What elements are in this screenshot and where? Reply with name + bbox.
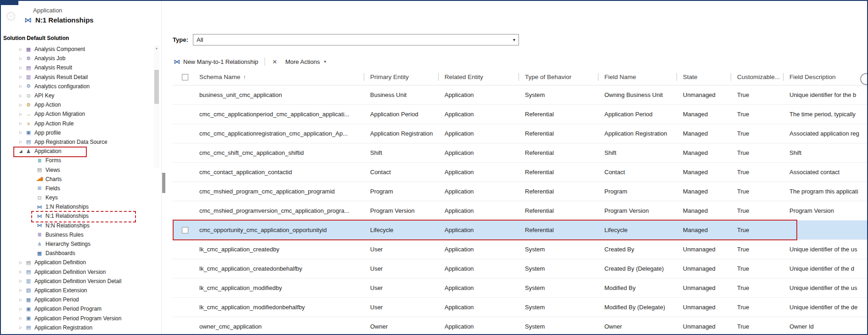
table-row[interactable]: cmc_cmc_shift_cmc_application_shiftidShi… — [173, 143, 867, 163]
tree-item-forms[interactable]: ≣ Forms — [1, 156, 161, 165]
expand-icon[interactable]: ▷ — [17, 261, 24, 265]
tree-item-app-action-rule[interactable]: ▷ ≡ App Action Rule — [1, 119, 161, 128]
tree-item-application-period-program[interactable]: ▷ ▣ Application Period Program — [1, 304, 161, 313]
table-row[interactable]: cmc_cmc_applicationregistration_cmc_appl… — [173, 124, 867, 143]
expand-icon[interactable]: ▷ — [17, 84, 24, 88]
column-header-customizable[interactable]: Customizable... — [731, 69, 783, 85]
tree-item-dashboards[interactable]: ▦ Dashboards — [1, 249, 161, 258]
cell-state: Managed — [676, 105, 731, 124]
tree-item-analysis-component[interactable]: ▷ ▦ Analysis Component — [1, 45, 161, 54]
content-scrollbar-thumb[interactable] — [162, 173, 165, 193]
tree-item-application-extension[interactable]: ▷ ▧ Application Extension — [1, 286, 161, 295]
tree-item-api-key[interactable]: ▷ ⊙ API Key — [1, 91, 161, 100]
table-row[interactable]: cmc_mshied_programversion_cmc_applicatio… — [173, 201, 867, 221]
expand-icon[interactable]: ▷ — [17, 94, 24, 98]
expand-icon[interactable]: ▷ — [17, 131, 24, 135]
cell-state: Unmanaged — [676, 278, 731, 297]
expand-icon[interactable]: ▷ — [17, 316, 24, 320]
cell-schema: lk_cmc_application_modifiedonbehalfby — [197, 298, 364, 317]
cell-schema: cmc_cmc_shift_cmc_application_shiftid — [197, 143, 364, 162]
row-checkbox[interactable] — [182, 227, 188, 233]
cell-state: Unmanaged — [676, 85, 731, 104]
expand-icon[interactable]: ▷ — [17, 325, 24, 329]
cell-state: Managed — [676, 201, 731, 220]
tree-item-hierarchy-settings[interactable]: ⋔ Hierarchy Settings — [1, 239, 161, 249]
tree-item-application-definition[interactable]: ▷ ▤ Application Definition — [1, 258, 161, 267]
tree-item-analysis-job[interactable]: ▷ ⚙ Analysis Job — [1, 54, 161, 63]
cell-behavior: System — [519, 259, 598, 278]
column-header-type-of-behavior[interactable]: Type of Behavior — [519, 69, 598, 85]
expand-icon[interactable]: ▷ — [17, 298, 24, 302]
expand-icon[interactable]: ▷ — [17, 279, 24, 283]
expand-icon[interactable]: ▷ — [17, 140, 24, 144]
tree-item-analysis-result-detail[interactable]: ▷ ▥ Analysis Result Detail — [1, 73, 161, 82]
delete-button[interactable]: × — [271, 58, 279, 66]
column-header-field-description[interactable]: Field Description — [783, 69, 867, 85]
table-row[interactable]: lk_cmc_application_modifiedonbehalfbyUse… — [173, 298, 867, 317]
tree-item-1-n-relationships[interactable]: ⋈ 1:N Relationships — [1, 202, 161, 211]
table-row[interactable]: cmc_contact_application_contactidContact… — [173, 163, 867, 182]
content-scrollbar[interactable] — [162, 1, 166, 334]
new-many-to-one-relationship-button[interactable]: ⋈ New Many-to-1 Relationship — [173, 56, 259, 67]
expand-icon[interactable]: ▷ — [17, 47, 24, 51]
cell-primary: Lifecycle — [364, 221, 438, 239]
column-header-primary-entity[interactable]: Primary Entity — [364, 69, 438, 85]
expand-icon[interactable]: ▷ — [17, 270, 24, 274]
tree-item-app-registration-data-source[interactable]: ▷ ▤ App Registration Data Source — [1, 137, 161, 147]
expand-icon[interactable]: ▷ — [17, 66, 24, 70]
expand-icon[interactable]: ◢ — [17, 149, 24, 153]
tree-item-application-period[interactable]: ▷ ▦ Application Period — [1, 295, 161, 304]
column-header-schema-name[interactable]: Schema Name↑ — [197, 69, 364, 85]
table-row[interactable]: cmc_mshied_program_cmc_application_progr… — [173, 182, 867, 201]
table-row[interactable]: business_unit_cmc_applicationBusiness Un… — [173, 85, 867, 105]
table-row[interactable]: cmc_opportunity_cmc_application_opportun… — [173, 221, 867, 240]
tree-item-fields[interactable]: ⊞ Fields — [1, 184, 161, 193]
expand-icon[interactable]: ▷ — [17, 103, 24, 107]
expand-icon[interactable]: ▷ — [17, 75, 24, 79]
tree-item-application-registration[interactable]: ▷ ▤ Application Registration — [1, 323, 161, 332]
column-header-field-name[interactable]: Field Name — [598, 69, 676, 85]
tree-scrollbar-thumb[interactable] — [154, 70, 159, 104]
new-relationship-icon: ⋈ — [174, 58, 180, 65]
cell-schema: cmc_contact_application_contactid — [197, 163, 364, 182]
tree-item-analysis-result[interactable]: ▷ ▤ Analysis Result — [1, 63, 161, 72]
table-row[interactable]: cmc_cmc_applicationperiod_cmc_applicatio… — [173, 105, 867, 124]
tree-item-business-rules[interactable]: ≣ Business Rules — [1, 230, 161, 239]
tree-item-views[interactable]: ▤ Views — [1, 165, 161, 174]
app-action-rule-icon: ≡ — [24, 121, 33, 126]
cell-field: Program — [598, 182, 676, 201]
tree-item-app-action[interactable]: ▷ ⚙ App Action — [1, 100, 161, 109]
column-header-related-entity[interactable]: Related Entity — [438, 69, 519, 85]
tree-item-analytics-configuration[interactable]: ▷ ⚙ Analytics configuration — [1, 82, 161, 91]
tree-item-keys[interactable]: ⊡ Keys — [1, 193, 161, 202]
table-row[interactable]: lk_cmc_application_modifiedbyUserApplica… — [173, 278, 867, 298]
table-row[interactable]: lk_cmc_application_createdonbehalfbyUser… — [173, 259, 867, 278]
tree-item-application[interactable]: ◢ ♟ Application — [1, 147, 161, 156]
expand-icon[interactable]: ▷ — [17, 121, 24, 125]
expand-icon[interactable]: ▷ — [17, 112, 24, 116]
expand-icon[interactable]: ▷ — [17, 307, 24, 311]
cell-behavior: Referential — [519, 221, 598, 239]
type-select[interactable]: All ▾ — [193, 34, 519, 45]
table-row[interactable]: lk_cmc_application_createdbyUserApplicat… — [173, 240, 867, 259]
cell-schema: cmc_cmc_applicationperiod_cmc_applicatio… — [197, 105, 364, 124]
tree-item-application-definition-version[interactable]: ▷ ▤ Application Definition Version — [1, 267, 161, 277]
scroll-up-icon[interactable]: ▲ — [154, 45, 159, 50]
tree-item-application-definition-version-detail[interactable]: ▷ ▥ Application Definition Version Detai… — [1, 277, 161, 286]
expand-icon[interactable]: ▷ — [17, 288, 24, 292]
tree-item-application-period-program-version[interactable]: ▷ ▣ Application Period Program Version — [1, 313, 161, 323]
tree-scrollbar[interactable]: ▲ — [154, 45, 159, 168]
cell-customizable: True — [731, 317, 783, 334]
tree-item-n-1-relationships[interactable]: ⋈ N:1 Relationships — [1, 211, 161, 221]
select-all-checkbox[interactable] — [182, 74, 188, 80]
cell-state: Unmanaged — [676, 298, 731, 317]
table-row[interactable]: owner_cmc_applicationOwnerApplicationSys… — [173, 317, 867, 334]
column-header-state[interactable]: State — [676, 69, 731, 85]
more-actions-button[interactable]: More Actions ▾ — [284, 57, 327, 67]
tree-item-app-profile[interactable]: ▷ ▣ App profile — [1, 128, 161, 137]
tree-item-n-n-relationships[interactable]: ⋈ N:N Relationships — [1, 221, 161, 230]
tree-item-charts[interactable]: ▂▅█ Charts — [1, 175, 161, 184]
cell-related: Application — [438, 221, 519, 239]
tree-item-app-action-migration[interactable]: ▷ → App Action Migration — [1, 109, 161, 119]
expand-icon[interactable]: ▷ — [17, 57, 24, 61]
